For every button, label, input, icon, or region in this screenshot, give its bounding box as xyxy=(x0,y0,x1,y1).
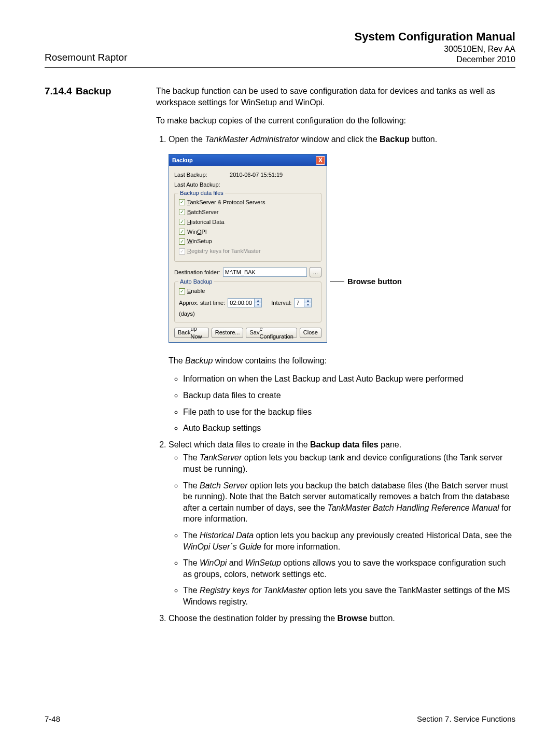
last-backup-row: Last Backup: 2010-06-07 15:51:19 xyxy=(174,171,321,179)
auto-time-row: Approx. start time: 02:00:00 ▲▼ Interval… xyxy=(179,298,317,318)
chk-registry-label: Registry keys for TankMaster xyxy=(187,247,261,255)
list-item: Backup data files to create xyxy=(183,390,515,401)
doc-title: System Configuration Manual xyxy=(355,30,515,44)
chk-batchserver-label: BatchServer xyxy=(187,208,219,216)
group-legend: Auto Backup xyxy=(178,278,214,286)
step-3: Choose the destination folder by pressin… xyxy=(169,613,515,624)
last-auto-backup-label: Last Auto Backup: xyxy=(174,181,228,189)
doc-code: 300510EN, Rev AA xyxy=(355,45,515,54)
list-item: The TankServer option lets you backup ta… xyxy=(183,452,515,474)
close-icon[interactable]: X xyxy=(316,156,325,165)
list-item: File path to use for the backup files xyxy=(183,406,515,418)
restore-button[interactable]: Restore... xyxy=(212,328,244,338)
backup-data-files-group: Backup data files ✓ TankServer & Protoco… xyxy=(174,193,321,262)
checkbox-icon[interactable]: ✓ xyxy=(179,219,185,225)
intro-paragraph-2: To make backup copies of the current con… xyxy=(156,115,515,126)
list-item: The Batch Server option lets you backup … xyxy=(183,480,515,525)
auto-backup-group: Auto Backup ✓ Enable Approx. start time: xyxy=(174,282,321,322)
close-button[interactable]: Close xyxy=(300,328,321,338)
last-backup-value: 2010-06-07 15:51:19 xyxy=(230,172,283,178)
chevron-down-icon[interactable]: ▼ xyxy=(304,303,311,307)
callout-line xyxy=(330,282,344,282)
callout-text: Browse button xyxy=(347,276,402,287)
doc-date: December 2010 xyxy=(355,55,515,64)
chk-tankserver-label: TankServer & Protocol Servers xyxy=(187,199,265,206)
chevron-down-icon[interactable]: ▼ xyxy=(255,303,261,307)
step-1: Open the TankMaster Administrator window… xyxy=(169,134,515,434)
approx-start-label: Approx. start time: xyxy=(179,299,225,307)
product-name: Rosemount Raptor xyxy=(45,52,127,64)
list-item: The WinOpi and WinSetup options allows y… xyxy=(183,557,515,580)
browse-button[interactable]: ... xyxy=(310,267,321,277)
destination-row: Destination folder: M:\TM_BAK ... xyxy=(174,267,321,277)
page-footer: 7-48 Section 7. Service Functions xyxy=(45,714,515,723)
step-2: Select which data files to create in the… xyxy=(169,439,515,608)
dialog-titlebar[interactable]: Backup X xyxy=(169,154,327,166)
dialog-button-row: Backup Now Restore... Save Configuration… xyxy=(174,328,321,338)
list-item: Auto Backup settings xyxy=(183,423,515,434)
chk-winopi-label: WinOPI xyxy=(187,228,207,236)
start-time-spinner[interactable]: 02:00:00 ▲▼ xyxy=(228,298,262,307)
chk-historical-label: Historical Data xyxy=(187,218,225,226)
interval-label: Interval: xyxy=(271,299,291,307)
interval-spinner[interactable]: 7 ▲▼ xyxy=(294,298,312,307)
list-item: The Historical Data option lets you back… xyxy=(183,530,515,552)
chk-enable-row[interactable]: ✓ Enable xyxy=(179,287,317,295)
backup-dialog: Backup X Last Backup: 2010-06-07 15:51:1… xyxy=(169,154,327,342)
save-configuration-button[interactable]: Save Configuration xyxy=(246,328,297,338)
chevron-up-icon[interactable]: ▲ xyxy=(255,299,261,303)
destination-input[interactable]: M:\TM_BAK xyxy=(223,268,307,277)
dialog-body: Last Backup: 2010-06-07 15:51:19 Last Au… xyxy=(169,166,327,342)
after-figure-paragraph: The Backup window contains the following… xyxy=(169,355,515,367)
start-time-input[interactable]: 02:00:00 xyxy=(228,298,255,307)
section-number: 7.14.4 xyxy=(45,86,76,97)
list-item: Information on when the Last Backup and … xyxy=(183,373,515,385)
chk-winsetup-label: WinSetup xyxy=(187,237,212,245)
doc-info: System Configuration Manual 300510EN, Re… xyxy=(355,30,515,64)
figure: Backup X Last Backup: 2010-06-07 15:51:1… xyxy=(169,154,515,342)
chk-batchserver-row[interactable]: ✓ BatchServer xyxy=(179,208,317,216)
page-header: Rosemount Raptor System Configuration Ma… xyxy=(45,30,515,68)
checkbox-icon[interactable]: ✓ xyxy=(179,288,185,294)
section-footer-label: Section 7. Service Functions xyxy=(417,714,515,723)
section-body: The backup function can be used to save … xyxy=(156,86,515,631)
interval-input[interactable]: 7 xyxy=(294,298,304,307)
page-number: 7-48 xyxy=(45,714,60,723)
checkbox-icon[interactable]: ✓ xyxy=(179,238,185,245)
backup-now-button[interactable]: Backup Now xyxy=(174,328,209,338)
chk-registry-row: ✓ Registry keys for TankMaster xyxy=(179,247,317,255)
last-backup-label: Last Backup: xyxy=(174,171,228,179)
list-item: The Registry keys for TankMaster option … xyxy=(183,585,515,607)
spinner-buttons[interactable]: ▲▼ xyxy=(304,298,312,307)
dialog-title: Backup xyxy=(172,157,193,164)
checkbox-icon: ✓ xyxy=(179,248,185,255)
section-title: Backup xyxy=(76,86,156,97)
checkbox-icon[interactable]: ✓ xyxy=(179,199,185,205)
destination-label: Destination folder: xyxy=(174,269,220,276)
intro-paragraph-1: The backup function can be used to save … xyxy=(156,86,515,108)
checkbox-icon[interactable]: ✓ xyxy=(179,209,185,215)
chk-enable-label: Enable xyxy=(187,287,205,295)
chk-historical-row[interactable]: ✓ Historical Data xyxy=(179,218,317,226)
chk-tankserver-row[interactable]: ✓ TankServer & Protocol Servers xyxy=(179,199,317,206)
last-auto-backup-row: Last Auto Backup: xyxy=(174,181,321,189)
interval-unit: (days) xyxy=(179,310,195,318)
group-legend: Backup data files xyxy=(178,189,225,197)
page: Rosemount Raptor System Configuration Ma… xyxy=(0,0,560,745)
chk-winsetup-row[interactable]: ✓ WinSetup xyxy=(179,237,317,245)
chk-winopi-row[interactable]: ✓ WinOPI xyxy=(179,228,317,236)
spinner-buttons[interactable]: ▲▼ xyxy=(255,298,262,307)
callout: Browse button xyxy=(330,276,402,287)
section: 7.14.4 Backup The backup function can be… xyxy=(45,86,515,631)
checkbox-icon[interactable]: ✓ xyxy=(179,229,185,235)
chevron-up-icon[interactable]: ▲ xyxy=(304,299,311,303)
